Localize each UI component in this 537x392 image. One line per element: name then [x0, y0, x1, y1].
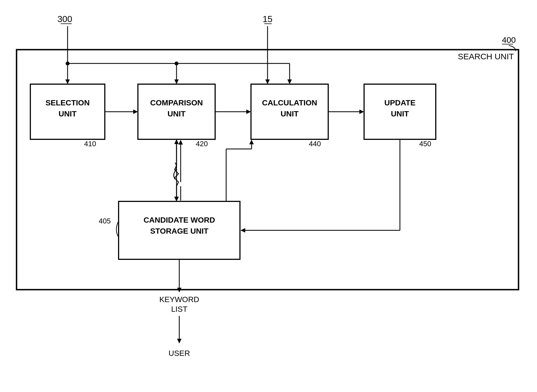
comparison-unit-label2: UNIT — [167, 110, 185, 118]
selection-unit-label: SELECTION — [46, 98, 90, 107]
selection-unit-label2: UNIT — [58, 110, 76, 118]
calculation-unit-label2: UNIT — [280, 110, 298, 118]
svg-marker-36 — [178, 140, 183, 145]
ref-15: 15 — [263, 14, 272, 24]
update-unit-label2: UNIT — [391, 110, 409, 118]
ref-440: 440 — [309, 140, 321, 148]
ref-405: 405 — [99, 217, 111, 225]
ref-300: 300 — [57, 14, 72, 24]
svg-marker-10 — [265, 79, 270, 84]
comparison-unit-label: COMPARISON — [150, 98, 203, 107]
search-unit-box — [17, 50, 519, 290]
candidate-word-label: CANDIDATE WORD — [143, 216, 215, 224]
svg-marker-20 — [359, 110, 364, 114]
keyword-list-label2: LIST — [171, 305, 187, 313]
candidate-word-label2: STORAGE UNIT — [150, 227, 208, 235]
svg-marker-33 — [174, 197, 179, 201]
ref-410: 410 — [84, 140, 96, 148]
update-unit-label: UPDATE — [384, 98, 415, 107]
svg-marker-18 — [246, 110, 251, 114]
svg-marker-4 — [65, 79, 70, 84]
svg-marker-16 — [133, 110, 138, 114]
svg-marker-40 — [249, 140, 254, 144]
search-unit-label: SEARCH UNIT — [458, 52, 514, 61]
svg-marker-14 — [287, 79, 292, 84]
ref-450: 450 — [419, 140, 431, 148]
user-label: USER — [169, 349, 190, 358]
svg-marker-8 — [174, 79, 179, 84]
calculation-unit-label: CALCULATION — [262, 98, 317, 107]
svg-marker-26 — [241, 228, 245, 233]
svg-marker-30 — [177, 339, 181, 343]
diagram-container: SEARCH UNIT 400 SELECTION UNIT 410 COMPA… — [0, 0, 537, 392]
ref-400: 400 — [502, 35, 516, 44]
keyword-list-label: KEYWORD — [159, 295, 199, 304]
ref-420: 420 — [196, 140, 208, 148]
